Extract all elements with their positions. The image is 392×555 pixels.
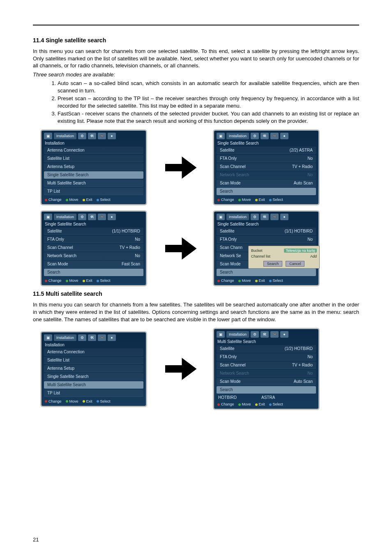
popup-channellist-label: Channel list: [251, 254, 270, 258]
panel-title: Installation: [42, 342, 146, 348]
screenshot-single-fastscan: ▣ Installation ⚙ 🛠 🎮 ● Single Satellite …: [40, 210, 147, 286]
setting-row: Scan ChannelTV + Radio: [44, 244, 143, 251]
setting-row: Scan ModeAuto Scan: [217, 180, 316, 187]
tab-icon: ⚙: [78, 214, 86, 220]
tab-icon: 🛠: [261, 331, 269, 338]
heading-11-4: 11.4 Single satellite search: [33, 37, 359, 44]
tab-label: Installation: [54, 133, 76, 139]
figure-row-2: ▣ Installation ⚙ 🛠 🎮 ● Single Satellite …: [40, 210, 359, 286]
tab-label: Installation: [226, 331, 249, 338]
screenshot-install-menu-multi: ▣ Installation ⚙ 🛠 🎮 ● Installation Ante…: [40, 331, 147, 407]
tab-icon: ●: [280, 214, 288, 220]
tab-icon: ▣: [217, 214, 225, 220]
setting-row: FTA OnlyNo: [217, 236, 316, 243]
menu-item-selected: Single Satellite Search: [44, 171, 143, 179]
menu-item: Antenna Connection: [44, 348, 143, 356]
sat-name: ASTRA: [261, 395, 275, 400]
tab-icon: ⚙: [251, 214, 259, 220]
setting-row: Search: [217, 386, 316, 394]
menu-item: TP List: [44, 389, 143, 397]
menu-item: Antenna Setup: [44, 163, 143, 170]
tab-icon: 🎮: [98, 334, 106, 341]
menu-item-selected: Multi Satellite Search: [44, 381, 143, 389]
tab-icon: 🛠: [261, 133, 269, 139]
screenshot-single-search-astra: ▣ Installation ⚙ 🛠 🎮 ● Single Satellite …: [213, 129, 320, 205]
legend-bar: Change Move Exit Select: [214, 276, 318, 285]
tab-icon: ▣: [217, 331, 225, 338]
sat-name: HOTBIRD: [218, 395, 237, 400]
setting-row: FTA OnlyNo: [44, 236, 143, 243]
screenshot-install-menu: ▣ Installation ⚙ 🛠 🎮 ● Installation Ante…: [40, 129, 147, 205]
tab-icon: ⚙: [251, 331, 259, 338]
tab-icon: ⚙: [251, 133, 259, 139]
setting-row: Scan ModeFast Scan: [44, 260, 143, 268]
legend-bar: Change Move Exit Select: [42, 276, 146, 285]
setting-row: FTA OnlyNo: [217, 353, 316, 361]
tab-icon: ●: [108, 334, 116, 341]
menu-item: TP List: [44, 188, 143, 195]
tab-icon: 🎮: [98, 133, 106, 139]
setting-row: Network SearchNo: [217, 370, 316, 377]
para-11-4-modes: Three search modes are available:: [33, 71, 359, 78]
figure-row-1: ▣ Installation ⚙ 🛠 🎮 ● Installation Ante…: [40, 129, 359, 205]
page-number: 21: [33, 537, 39, 543]
menu-item: Single Satellite Search: [44, 373, 143, 380]
setting-row: Search: [217, 269, 316, 276]
panel-title: Installation: [42, 140, 146, 147]
para-11-4-1: In this menu you can search for channels…: [33, 48, 359, 69]
popup-cancel-button: Cancel: [286, 261, 304, 267]
tab-icon: 🎮: [98, 214, 106, 220]
tab-icon: ⚙: [78, 334, 86, 341]
legend-bar: Change Move Exit Select: [42, 397, 146, 406]
tab-icon: ▣: [217, 133, 225, 139]
panel-title: Multi Satellite Search: [214, 339, 318, 345]
popup-search-button: Search: [263, 261, 283, 267]
arrow-right-icon: [159, 350, 201, 387]
tab-icon: ▣: [44, 133, 52, 139]
setting-row: Search: [217, 188, 316, 195]
heading-11-5: 11.5 Multi satellite search: [33, 290, 359, 297]
satellite-names: HOTBIRD ASTRA: [214, 394, 318, 400]
setting-row: Satellite(1/2) HOTBIRD: [217, 345, 316, 352]
tab-icon: ▣: [44, 334, 52, 341]
tab-label: Installation: [226, 133, 249, 139]
figure-row-3: ▣ Installation ⚙ 🛠 🎮 ● Installation Ante…: [40, 328, 359, 410]
tab-icon: ▣: [44, 214, 52, 220]
para-11-5-1: In this menu you can search for channels…: [33, 301, 359, 323]
setting-row: Scan ModeAuto Scan: [217, 378, 316, 385]
tab-icon: ●: [280, 331, 288, 338]
menu-item: Antenna Setup: [44, 365, 143, 372]
list-item: Preset scan – according to the TP list –…: [58, 95, 359, 109]
setting-row: Scan ChannelTV + Radio: [217, 163, 316, 170]
menu-item: Satellite List: [44, 357, 143, 364]
setting-row: Satellite(2/2) ASTRA: [217, 147, 316, 154]
tab-icon: ●: [108, 214, 116, 220]
setting-row: Search: [44, 269, 143, 276]
list-item: FastScan - receiver scans the channels o…: [58, 110, 359, 124]
popup-channellist-value: Add: [310, 254, 317, 258]
tab-icon: 🎮: [270, 214, 279, 220]
menu-item: Antenna Connection: [44, 147, 143, 154]
search-modes-list: Auto scan – a so-called blind scan, whic…: [33, 80, 359, 124]
setting-row: Satellite(1/1) HOTBIRD: [217, 228, 316, 235]
popup-bucket-label: Bucket: [251, 249, 263, 253]
panel-title: Single Satellite Search: [214, 140, 318, 147]
tab-icon: ●: [280, 133, 288, 139]
setting-row: Network SearchNo: [44, 252, 143, 260]
arrow-right-icon: [159, 230, 201, 267]
tab-label: Installation: [54, 214, 76, 220]
top-rule: [33, 25, 359, 25]
legend-bar: Change Move Exit Select: [214, 400, 318, 409]
tab-icon: ●: [108, 133, 116, 139]
tab-icon: ⚙: [78, 133, 86, 139]
tab-label: Installation: [226, 214, 249, 220]
tab-icon: 🛠: [88, 133, 96, 139]
setting-row: Network SearchNo: [217, 171, 316, 179]
screenshot-multi-search: ▣ Installation ⚙ 🛠 🎮 ● Multi Satellite S…: [213, 328, 320, 410]
arrow-right-icon: [159, 149, 201, 186]
tab-icon: 🎮: [270, 331, 279, 338]
legend-bar: Change Move Exit Select: [42, 195, 146, 204]
panel-title: Single Satellite Search: [42, 221, 146, 228]
menu-item: Satellite List: [44, 155, 143, 162]
legend-bar: Change Move Exit Select: [214, 195, 318, 204]
